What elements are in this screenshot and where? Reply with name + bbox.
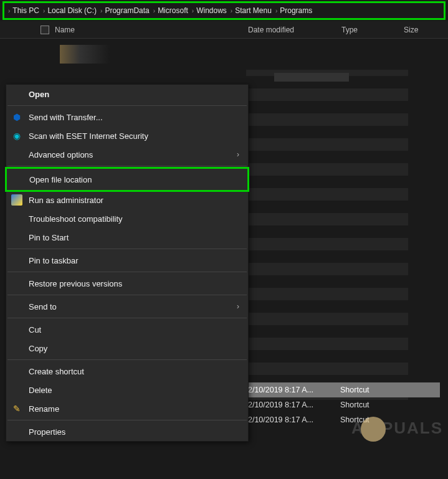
breadcrumb-item[interactable]: Programs: [280, 6, 312, 15]
menu-rename[interactable]: ✎ Rename: [6, 399, 248, 418]
menu-separator: [7, 249, 247, 249]
mascot-icon: [361, 417, 386, 442]
select-all-checkbox[interactable]: [41, 26, 49, 34]
menu-properties[interactable]: Properties: [6, 422, 248, 441]
breadcrumb-item[interactable]: Local Disk (C:)›: [47, 6, 102, 15]
file-type: Shortcut: [340, 401, 403, 409]
menu-create-shortcut[interactable]: Create shortcut: [6, 362, 248, 381]
blurred-content: [274, 73, 349, 82]
blurred-content: [60, 45, 110, 64]
menu-label: Rename: [29, 404, 59, 414]
menu-label: Advanced options: [29, 150, 93, 159]
blurred-content: [246, 70, 408, 412]
menu-pin-start[interactable]: Pin to Start: [6, 228, 248, 247]
menu-advanced-options[interactable]: Advanced options ›: [6, 145, 248, 164]
menu-run-admin[interactable]: Run as administrator: [6, 191, 248, 209]
menu-separator: [7, 318, 247, 318]
dropbox-icon: ⬢: [11, 111, 22, 123]
menu-label: Send to: [29, 302, 57, 311]
breadcrumb-item[interactable]: ProgramData›: [105, 6, 155, 15]
menu-scan-eset[interactable]: ◉ Scan with ESET Internet Security: [6, 126, 248, 145]
menu-label: Run as administrator: [29, 196, 103, 205]
chevron-right-icon: ›: [237, 302, 239, 311]
breadcrumb-item[interactable]: Start Menu›: [235, 6, 277, 15]
chevron-right-icon: ›: [237, 150, 239, 159]
context-menu: Open ⬢ Send with Transfer... ◉ Scan with…: [6, 84, 249, 442]
shield-icon: [11, 194, 22, 206]
menu-copy[interactable]: Copy: [6, 339, 248, 358]
menu-separator: [7, 420, 247, 420]
breadcrumb-item[interactable]: This PC›: [12, 6, 45, 15]
menu-restore-previous[interactable]: Restore previous versions: [6, 274, 248, 293]
column-size[interactable]: Size: [404, 26, 435, 34]
eset-icon: ◉: [11, 130, 22, 141]
menu-pin-taskbar[interactable]: Pin to taskbar: [6, 251, 248, 270]
menu-send-transfer[interactable]: ⬢ Send with Transfer...: [6, 108, 248, 126]
menu-label: Send with Transfer...: [29, 113, 103, 122]
menu-open-file-location[interactable]: Open file location: [5, 167, 249, 192]
file-type: Shortcut: [340, 386, 403, 394]
menu-separator: [7, 359, 247, 360]
menu-send-to[interactable]: Send to ›: [6, 297, 248, 316]
rename-icon: ✎: [11, 403, 22, 414]
menu-delete[interactable]: Delete: [6, 381, 248, 399]
menu-separator: [7, 105, 247, 106]
menu-open[interactable]: Open: [6, 85, 248, 103]
column-header-row: Name Date modified Type Size: [0, 21, 448, 39]
file-date: 12/10/2019 8:17 A...: [244, 386, 340, 394]
file-date: 12/10/2019 8:17 A...: [244, 401, 340, 409]
menu-label: Scan with ESET Internet Security: [29, 131, 148, 141]
breadcrumb-item[interactable]: Windows›: [196, 6, 232, 15]
watermark: APUALS: [351, 417, 443, 442]
column-type[interactable]: Type: [341, 26, 404, 34]
menu-separator: [7, 295, 247, 295]
file-date: 12/10/2019 8:17 A...: [244, 415, 340, 424]
menu-separator: [7, 272, 247, 272]
menu-cut[interactable]: Cut: [6, 320, 248, 339]
menu-troubleshoot[interactable]: Troubleshoot compatibility: [6, 209, 248, 228]
menu-separator: [7, 166, 247, 166]
breadcrumb-item[interactable]: Microsoft›: [158, 6, 194, 15]
chevron-right-icon: ›: [8, 7, 10, 14]
breadcrumb[interactable]: › This PC› Local Disk (C:)› ProgramData›…: [2, 1, 446, 20]
column-date[interactable]: Date modified: [248, 26, 341, 34]
column-name[interactable]: Name: [36, 26, 248, 34]
